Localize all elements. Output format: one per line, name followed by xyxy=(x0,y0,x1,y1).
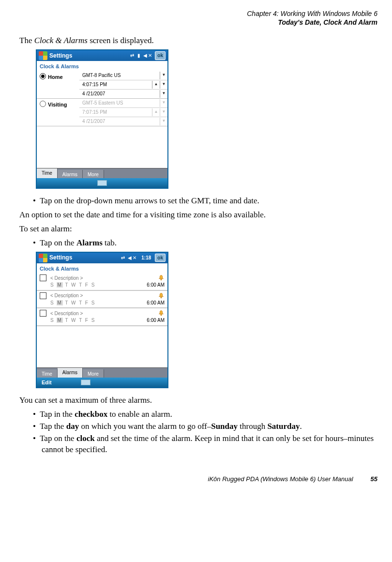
chapter-label: Chapter 4: Working With Windows Mobile 6 xyxy=(19,10,377,18)
page-header: Chapter 4: Working With Windows Mobile 6… xyxy=(19,10,377,27)
tab-more[interactable]: More xyxy=(83,170,104,178)
footer-product: iKôn Rugged PDA (Windows Mobile 6) User … xyxy=(19,475,371,484)
tab-bar: Time Alarms More xyxy=(37,168,167,178)
alarm-row: < Description > S M T W T F S 6:00 AM xyxy=(37,308,167,326)
clock-settings-screenshot: Settings ⇄ ▮ ◀✕ ok Clock & Alarms Home G… xyxy=(36,49,168,189)
svg-point-1 xyxy=(161,297,162,298)
alarm-time[interactable]: 6:00 AM xyxy=(147,317,165,324)
bullet-set-gmt: Tap on the drop-down menu arrows to set … xyxy=(33,196,377,207)
chevron-down-icon[interactable]: ▼ xyxy=(160,108,167,116)
svg-point-2 xyxy=(161,315,162,316)
alarm-checkbox[interactable] xyxy=(40,310,46,317)
visiting-timezone-dropdown[interactable]: GMT-5 Eastern US ▼ xyxy=(79,99,167,108)
keyboard-icon[interactable] xyxy=(97,180,107,186)
bell-icon[interactable] xyxy=(158,310,165,317)
tab-bar: Time Alarms More xyxy=(37,367,167,378)
bottom-bar xyxy=(37,178,167,188)
home-radio[interactable] xyxy=(40,73,46,79)
status-icons: ⇄ ▮ ◀✕ xyxy=(130,52,153,59)
para-max-three: You can set a maximum of three alarms. xyxy=(19,395,377,406)
chevron-up-icon[interactable]: ▲ xyxy=(152,108,160,116)
chevron-down-icon[interactable]: ▼ xyxy=(160,72,167,79)
section-label: Today's Date, Clock And Alarm xyxy=(19,18,377,27)
bell-icon[interactable] xyxy=(158,274,165,281)
tab-alarms[interactable]: Alarms xyxy=(58,368,83,378)
window-title: Settings xyxy=(49,52,128,60)
bullet-tap-alarms: Tap on the Alarms tab. xyxy=(33,238,377,249)
ok-button[interactable]: ok xyxy=(155,254,166,262)
visiting-radio[interactable] xyxy=(40,101,46,107)
bullet-day: Tap the day on which you want the alarm … xyxy=(33,421,377,432)
bell-icon[interactable] xyxy=(158,292,165,299)
keyboard-icon[interactable] xyxy=(81,380,90,385)
alarm-description[interactable]: < Description > xyxy=(50,310,158,317)
svg-point-0 xyxy=(161,279,162,281)
chevron-down-icon[interactable]: ▼ xyxy=(160,118,167,125)
para-visiting-option: An option to set the date and time for a… xyxy=(19,210,377,221)
windows-icon xyxy=(39,254,47,262)
chevron-down-icon[interactable]: ▼ xyxy=(160,99,167,107)
home-radio-label[interactable]: Home xyxy=(37,71,79,98)
alarm-row: < Description > S M T W T F S 6:00 AM xyxy=(37,291,167,309)
tab-time[interactable]: Time xyxy=(37,369,58,378)
home-date-dropdown[interactable]: 4 /21/2007 ▼ xyxy=(79,90,167,98)
chevron-up-icon[interactable]: ▲ xyxy=(152,81,160,89)
alarm-time[interactable]: 6:00 AM xyxy=(147,282,165,289)
alarm-row: < Description > S M T W T F S 6:00 AM xyxy=(37,273,167,291)
alarm-description[interactable]: < Description > xyxy=(50,292,158,299)
alarm-days[interactable]: S M T W T F S xyxy=(50,282,147,289)
intro-text: The Clock & Alarms screen is displayed. xyxy=(19,35,377,46)
alarm-checkbox[interactable] xyxy=(40,274,46,281)
bullet-checkbox: Tap in the checkbox to enable an alarm. xyxy=(33,409,377,420)
para-to-set-alarm: To set an alarm: xyxy=(19,224,377,235)
alarm-description[interactable]: < Description > xyxy=(50,275,158,282)
bottom-bar: Edit xyxy=(37,378,167,387)
titlebar: Settings ⇄ ▮ ◀✕ ok xyxy=(37,50,167,61)
bullet-clock: Tap on the clock and set the time of the… xyxy=(33,433,377,456)
alarms-screenshot: Settings ⇄ ◀✕ 1:18 ok Clock & Alarms < D… xyxy=(36,252,168,389)
status-icons: ⇄ ◀✕ xyxy=(121,255,138,261)
windows-icon xyxy=(39,51,47,60)
alarm-days[interactable]: S M T W T F S xyxy=(50,317,147,324)
ok-button[interactable]: ok xyxy=(155,51,166,60)
tab-more[interactable]: More xyxy=(83,369,104,378)
chevron-down-icon[interactable]: ▼ xyxy=(160,81,167,89)
visiting-time-spinner[interactable]: 7:07:15 PM ▲ ▼ xyxy=(79,108,167,117)
alarm-time[interactable]: 6:00 AM xyxy=(147,300,165,306)
tab-time[interactable]: Time xyxy=(37,168,58,178)
visiting-radio-label[interactable]: Visiting xyxy=(37,99,79,126)
window-title: Settings xyxy=(49,254,119,261)
clock-alarms-heading: Clock & Alarms xyxy=(37,263,167,273)
visiting-date-dropdown[interactable]: 4 /21/2007 ▼ xyxy=(79,117,167,126)
page-footer: iKôn Rugged PDA (Windows Mobile 6) User … xyxy=(19,475,377,484)
home-time-spinner[interactable]: 4:07:15 PM ▲ ▼ xyxy=(79,80,167,90)
tab-alarms[interactable]: Alarms xyxy=(58,170,83,178)
footer-page-number: 55 xyxy=(371,475,377,484)
clock-alarms-heading: Clock & Alarms xyxy=(37,61,167,71)
chevron-down-icon[interactable]: ▼ xyxy=(160,90,167,98)
titlebar-clock: 1:18 xyxy=(141,255,151,261)
softkey-edit[interactable]: Edit xyxy=(42,379,52,386)
titlebar: Settings ⇄ ◀✕ 1:18 ok xyxy=(37,253,167,263)
alarm-days[interactable]: S M T W T F S xyxy=(50,300,147,306)
home-timezone-dropdown[interactable]: GMT-8 Pacific US ▼ xyxy=(79,71,167,80)
alarm-checkbox[interactable] xyxy=(40,292,46,299)
